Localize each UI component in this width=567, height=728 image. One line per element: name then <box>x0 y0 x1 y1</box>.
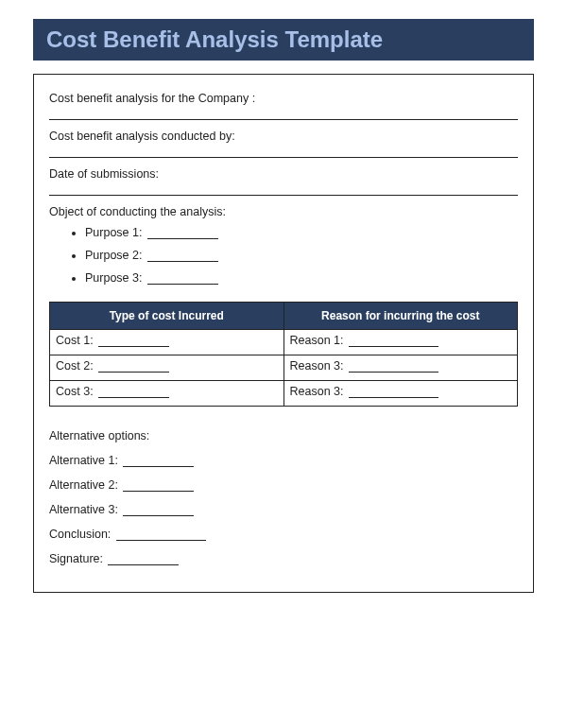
purpose-blank[interactable] <box>147 274 218 285</box>
date-blank[interactable] <box>49 184 518 196</box>
title-bar: Cost Benefit Analysis Template <box>33 19 534 61</box>
cost-cell: Cost 3: <box>50 381 284 407</box>
cost-reason-table: Type of cost Incurred Reason for incurri… <box>49 302 518 407</box>
purpose-label: Purpose 1: <box>85 226 142 239</box>
reason-label: Reason 3: <box>290 385 344 398</box>
cost-blank[interactable] <box>98 388 169 398</box>
alt-row: Alternative 2: <box>49 478 518 492</box>
conducted-by-blank[interactable] <box>49 147 518 158</box>
alt-row: Alternative 3: <box>49 503 518 516</box>
table-header-row: Type of cost Incurred Reason for incurri… <box>50 303 518 330</box>
conclusion-row: Conclusion: <box>49 528 518 541</box>
purpose-list: Purpose 1: Purpose 2: Purpose 3: <box>49 226 518 285</box>
reason-blank[interactable] <box>349 337 438 347</box>
reason-label: Reason 3: <box>290 359 344 373</box>
table-row: Cost 3: Reason 3: <box>50 381 518 407</box>
company-label: Cost benefit analysis for the Company : <box>49 92 518 105</box>
conclusion-label: Conclusion: <box>49 528 111 541</box>
alternatives-section: Alternative options: Alternative 1: Alte… <box>49 429 518 565</box>
purpose-item: Purpose 3: <box>85 271 518 285</box>
signature-row: Signature: <box>49 552 518 565</box>
form-container: Cost benefit analysis for the Company : … <box>33 74 534 593</box>
reason-cell: Reason 3: <box>284 381 518 407</box>
alt-label: Alternative 3: <box>49 503 118 516</box>
table-row: Cost 2: Reason 3: <box>50 355 518 381</box>
cost-label: Cost 3: <box>56 385 94 398</box>
date-label: Date of submissions: <box>49 167 518 181</box>
purpose-label: Purpose 3: <box>85 271 142 285</box>
header-reason: Reason for incurring the cost <box>284 303 518 330</box>
purpose-label: Purpose 2: <box>85 249 142 262</box>
alt-blank[interactable] <box>123 457 194 467</box>
purpose-item: Purpose 2: <box>85 249 518 262</box>
alt-label: Alternative 1: <box>49 454 118 467</box>
alt-label: Alternative 2: <box>49 478 118 492</box>
conducted-by-label: Cost benefit analysis conducted by: <box>49 130 518 143</box>
cost-blank[interactable] <box>98 337 169 347</box>
reason-cell: Reason 1: <box>284 330 518 355</box>
alt-options-label: Alternative options: <box>49 429 518 442</box>
cost-label: Cost 1: <box>56 334 94 347</box>
cost-label: Cost 2: <box>56 359 94 373</box>
signature-blank[interactable] <box>108 555 179 565</box>
cost-blank[interactable] <box>98 362 169 373</box>
reason-label: Reason 1: <box>290 334 344 347</box>
cost-cell: Cost 2: <box>50 355 284 381</box>
page-title: Cost Benefit Analysis Template <box>46 26 521 53</box>
alt-row: Alternative 1: <box>49 454 518 467</box>
conclusion-blank[interactable] <box>116 530 206 541</box>
purpose-blank[interactable] <box>147 229 218 239</box>
alt-blank[interactable] <box>123 481 194 492</box>
reason-cell: Reason 3: <box>284 355 518 381</box>
company-blank[interactable] <box>49 109 518 120</box>
header-cost: Type of cost Incurred <box>50 303 284 330</box>
purpose-item: Purpose 1: <box>85 226 518 239</box>
cost-cell: Cost 1: <box>50 330 284 355</box>
signature-label: Signature: <box>49 552 103 565</box>
reason-blank[interactable] <box>349 362 438 373</box>
purpose-blank[interactable] <box>147 251 218 262</box>
alt-blank[interactable] <box>123 506 194 516</box>
reason-blank[interactable] <box>349 388 438 398</box>
object-label: Object of conducting the analysis: <box>49 205 518 218</box>
table-row: Cost 1: Reason 1: <box>50 330 518 355</box>
